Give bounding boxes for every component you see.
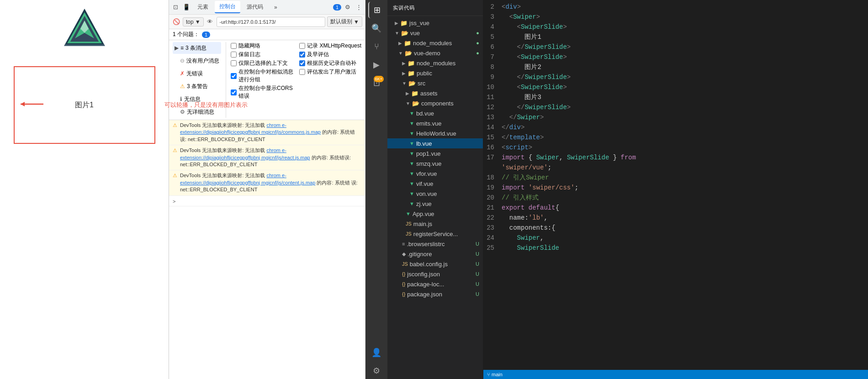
file-vif-vue[interactable]: ▼ vif.vue (387, 179, 483, 189)
code-line-21: 21 export default{ (483, 203, 868, 213)
log-link-1[interactable]: chrom e-extension://dipiagiiohfljcicegpg… (180, 122, 321, 135)
file-vfor-vue[interactable]: ▼ vfor.vue (387, 168, 483, 179)
checkbox-user-activation[interactable] (299, 69, 305, 75)
explorer-title: 实训代码 (387, 0, 483, 16)
checkbox-log-xhr[interactable] (299, 43, 305, 49)
file-gitignore[interactable]: ◆ .gitignore U (387, 249, 483, 259)
expand-icon: ▶ (175, 45, 179, 51)
file-name: App.vue (413, 211, 434, 217)
file-babel-config[interactable]: JS babel.config.js U (387, 259, 483, 269)
file-main-js[interactable]: JS main.js (387, 219, 483, 229)
file-jsconfig[interactable]: {} jsconfig.json U (387, 269, 483, 279)
activity-settings[interactable]: ⚙ (368, 363, 385, 379)
checkbox-eager-eval[interactable] (299, 52, 305, 58)
folder-assets[interactable]: ▶ 📁 assets (387, 88, 483, 98)
folder-icon: 📂 (401, 30, 408, 37)
modified-badge: U (476, 271, 483, 277)
checkbox-hide-network[interactable] (231, 43, 237, 49)
checkbox-autocomplete[interactable] (299, 60, 305, 66)
folder-src[interactable]: ▼ 📂 src (387, 78, 483, 88)
activity-search[interactable]: 🔍 (368, 20, 385, 37)
checkbox-preserve-log[interactable] (231, 52, 237, 58)
log-link-2[interactable]: chrom e-extension://dipiagiiohfljcicegpg… (180, 147, 310, 160)
chevron-down-icon: ▼ (398, 51, 403, 56)
chevron-right-icon: ▶ (406, 91, 409, 96)
folder-name: public (417, 70, 432, 77)
settings-gear-icon: ⚙ (373, 366, 380, 376)
more-icon[interactable]: ⋮ (354, 3, 363, 12)
file-browserslistrc[interactable]: ≡ .browserslistrc U (387, 239, 483, 249)
filter-input[interactable] (217, 17, 326, 27)
activity-source-control[interactable]: ⑂ (368, 38, 385, 55)
tab-console[interactable]: 控制台 (215, 1, 240, 13)
msg-no-user[interactable]: ⊖ 没有用户消息 (173, 55, 221, 67)
line-number: 21 (483, 204, 502, 211)
settings-icon[interactable]: ⚙ (343, 3, 352, 12)
folder-name: node_modules (417, 60, 455, 67)
code-line-22: 22 name:'lb', (483, 213, 868, 223)
file-app-vue[interactable]: ▼ App.vue (387, 209, 483, 219)
file-name: main.js (413, 221, 432, 227)
folder-node-modules-demo[interactable]: ▶ 📁 node_modules (387, 58, 483, 68)
warning-icon-1: ⚠ (173, 122, 177, 128)
folder-icon: 📁 (404, 40, 411, 47)
file-pop1-vue[interactable]: ▼ pop1.vue (387, 148, 483, 158)
device-toggle-icon[interactable]: 📱 (182, 3, 191, 12)
file-package-json[interactable]: {} package.json U (387, 289, 483, 299)
eye-icon[interactable]: 👁 (206, 17, 215, 26)
vue-file-icon: ▼ (409, 191, 414, 196)
file-package-lock[interactable]: {} package-loc... U (387, 279, 483, 289)
log-text-1: DevTools 无法加载来源映射: 无法加载 chrom e-extensio… (180, 122, 361, 143)
devtools-panel: ⊡ 📱 元素 控制台 源代码 » 1 ⚙ ⋮ 🚫 top ▼ 👁 默认级别 ▼ (169, 0, 365, 379)
annotation-text: 可以轮播，只是没有用图片表示 (164, 101, 248, 109)
msg-no-error[interactable]: ✗ 无错误 (173, 68, 221, 79)
file-lb-vue[interactable]: ▼ lb.vue (387, 138, 483, 148)
log-text-2: DevTools 无法加载来源映射: 无法加载 chrom e-extensio… (180, 147, 361, 168)
msg-all[interactable]: ▶ ≡ 3 条消息 (173, 42, 221, 54)
checkbox-show-cors[interactable] (231, 89, 237, 95)
dot-badge: ● (476, 30, 483, 36)
editor-content: 2 <div> 3 <Swiper> 4 <SwiperSlide> 5 图片1… (483, 0, 868, 370)
folder-vue[interactable]: ▼ 📂 vue ● (387, 28, 483, 38)
tab-more[interactable]: » (270, 2, 282, 12)
folder-components[interactable]: ▼ 📂 components (387, 98, 483, 108)
file-register-service[interactable]: JS registerService... (387, 229, 483, 239)
default-level-select[interactable]: 默认级别 ▼ (327, 16, 362, 27)
file-von-vue[interactable]: ▼ von.vue (387, 189, 483, 199)
file-name: emits.vue (416, 120, 442, 127)
code-line-18: 18 // 引入Swiper (483, 173, 868, 183)
element-picker-icon[interactable]: ⊡ (171, 3, 180, 12)
folder-node-modules-vue[interactable]: ▶ 📁 node_modules ● (387, 38, 483, 48)
no-error-icon: ✗ (180, 70, 185, 77)
folder-jss-vue[interactable]: ▶ 📁 jss_vue (387, 18, 483, 28)
file-smzq-vue[interactable]: ▼ smzq.vue (387, 158, 483, 168)
folder-public[interactable]: ▶ 📁 public (387, 68, 483, 78)
file-emits-vue[interactable]: ▼ emits.vue (387, 118, 483, 128)
devtools-toolbar: 🚫 top ▼ 👁 默认级别 ▼ (169, 15, 365, 29)
activity-explorer[interactable]: ⊞ (368, 2, 385, 18)
activity-run[interactable]: ▶ (368, 57, 385, 73)
msg-warnings[interactable]: ⚠ 3 条警告 (173, 80, 221, 92)
modified-badge: U (476, 291, 483, 297)
tab-sources[interactable]: 源代码 (242, 1, 268, 13)
checkbox-selected-context[interactable] (231, 60, 237, 66)
file-name: package.json (407, 291, 442, 298)
code-line-16: 16 <script> (483, 142, 868, 153)
level-select[interactable]: top ▼ (183, 17, 204, 26)
json-file-icon: {} (402, 291, 405, 297)
file-zj-vue[interactable]: ▼ zj.vue (387, 199, 483, 209)
activity-extensions[interactable]: ⊡ 6K+ (368, 75, 385, 91)
checkbox-group-similar[interactable] (231, 73, 237, 79)
line-number: 25 (483, 244, 502, 252)
folder-vue-demo[interactable]: ▼ 📂 vue-demo ● (387, 48, 483, 58)
log-expand-icon[interactable]: > (173, 199, 175, 204)
log-link-3[interactable]: chrom e-extension://dipiagiiohfljcicegpg… (180, 173, 315, 185)
vue-file-icon: ▼ (409, 111, 414, 116)
file-helloworld-vue[interactable]: ▼ HelloWorld.vue (387, 128, 483, 138)
vue-file-icon: ▼ (406, 211, 411, 216)
run-debug-icon: ▶ (373, 60, 380, 70)
activity-account[interactable]: 👤 (368, 344, 385, 361)
tab-elements[interactable]: 元素 (193, 1, 213, 13)
file-bd-vue[interactable]: ▼ bd.vue (387, 108, 483, 118)
clear-console-icon[interactable]: 🚫 (172, 17, 181, 26)
